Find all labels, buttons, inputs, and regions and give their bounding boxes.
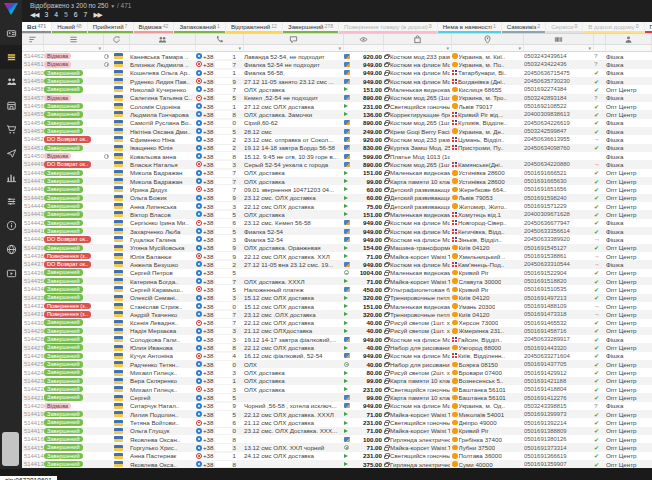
last-page-button[interactable]: ▶▶ <box>93 11 101 19</box>
chat-icon[interactable] <box>244 34 344 44</box>
idcard-icon[interactable] <box>0 21 22 45</box>
column-filter-11[interactable] <box>606 45 652 51</box>
info-icon[interactable] <box>0 213 22 237</box>
sliders-icon[interactable] <box>0 189 22 213</box>
table-row[interactable]: 514442ЗавершенийСергієнко Ірина Ми..+386… <box>22 219 652 227</box>
tab-5[interactable]: Відправлений12 <box>226 22 282 33</box>
table-row[interactable]: 514443ЗавершенийВіктор Власов+385ОЛХ дос… <box>22 210 652 218</box>
table-row[interactable]: 514413ЗавершенийЯковлева Окса..+388375.0… <box>22 460 652 468</box>
table-row[interactable]: 514416ЗавершенийЯковлева Оксан..+388100.… <box>22 435 652 443</box>
pin-icon[interactable] <box>452 34 524 44</box>
table-row[interactable]: 514421ЗавершенийСергей+38599.00Карта пам… <box>22 393 652 401</box>
column-filter-10[interactable] <box>594 45 606 51</box>
table-row[interactable]: 514414ЗавершенийАнна Пастернак+38124.12 … <box>22 452 652 460</box>
column-filter-7[interactable]: ▾ <box>384 45 452 51</box>
table-row[interactable]: 514440DO Возврат ок..Гуцалюк Галина+383Ф… <box>22 235 652 243</box>
store-icon[interactable] <box>0 93 22 117</box>
send-icon[interactable] <box>0 141 22 165</box>
video-icon[interactable] <box>0 261 22 285</box>
table-row[interactable]: 514428ЗавершенийСолодкова Гали..+38319.1… <box>22 335 652 343</box>
sidebar-widget[interactable] <box>2 432 19 466</box>
tab-6[interactable]: Завершений278 <box>283 22 338 33</box>
table-row[interactable]: 514441ЗавершенийЗахарченко Люба+385Фиалк… <box>22 227 652 235</box>
first-page-button[interactable]: ◀◀ <box>30 11 38 19</box>
table-row[interactable]: 514444ЗавершенийАнна Липенська+38322.12 … <box>22 202 652 210</box>
table-row[interactable]: 514438Повернення (з..Юлія Баланюк+38922.… <box>22 252 652 260</box>
table-row[interactable]: 514431Повернення (з..Андрій Ткаченко+387… <box>22 310 652 318</box>
barcode-icon[interactable] <box>524 34 594 44</box>
tab-3[interactable]: Відмова42 <box>134 22 174 33</box>
table-row[interactable]: 514436ЗавершенийСергей Петров+3851004.00… <box>22 269 652 277</box>
table-row[interactable]: 514451ЗавершенийІващенко Юлія+38219.12 1… <box>22 144 652 152</box>
table-row[interactable]: 514449DO Возврат ок..Власюк Наталья+383С… <box>22 160 652 168</box>
table-row[interactable]: 514417ЗавершенийОльга Глущук+38023.12 см… <box>22 427 652 435</box>
customers-icon[interactable] <box>130 34 196 44</box>
table-row[interactable]: 514433ЗавершенийОлексій Семані..+38315.1… <box>22 294 652 302</box>
table-row[interactable]: 514423ЗавершенийВера Скляренко+381ОЛХ до… <box>22 377 652 385</box>
bag-icon[interactable] <box>384 34 452 44</box>
table-row[interactable]: 514448ЗавершенийМикола Бадражан+387ОЛХ д… <box>22 169 652 177</box>
tab-1[interactable]: Новий48 <box>52 22 87 33</box>
column-filter-5[interactable]: ▾ <box>244 45 344 51</box>
table-row[interactable]: 514454ЗавершенийСамотій Руслана Во..+380… <box>22 119 652 127</box>
column-filter-1[interactable]: ▾ <box>44 45 104 51</box>
table-row[interactable]: 514446ЗавершенийИрина Дидух+38709.01 зве… <box>22 185 652 193</box>
table-row[interactable]: 514437DO Возврат ок..Анжела Безушко+3822… <box>22 260 652 268</box>
table-row[interactable]: 514460ЗавершенийКошелева Ольга Ар..+381Ф… <box>22 69 652 77</box>
table-row[interactable]: 514458ЗавершенийНиколай Кучеренко+387ОЛХ… <box>22 85 652 93</box>
tab-4[interactable]: Запакований1 <box>174 22 225 33</box>
cart-icon[interactable] <box>0 117 22 141</box>
page-6[interactable]: 6 <box>74 11 78 19</box>
table-row[interactable]: 514455ЗавершенийЛюдмила Гончарова+388ОЛХ… <box>22 110 652 118</box>
table-row[interactable]: 514457ВідмоваСалегина Татьяна С..+385Кем… <box>22 94 652 102</box>
column-filter-3[interactable] <box>130 45 196 51</box>
column-filter-0[interactable] <box>22 45 44 51</box>
column-filter-8[interactable]: ▾ <box>452 45 524 51</box>
column-filter-6[interactable] <box>344 45 384 51</box>
orders-icon[interactable] <box>0 45 22 69</box>
table-row[interactable]: 514422ЗавершенийМихаил Гилецк..+383ОЛХ д… <box>22 385 652 393</box>
phone-icon[interactable] <box>196 34 244 44</box>
sort-icon[interactable] <box>22 34 44 44</box>
globe-icon[interactable] <box>0 237 22 261</box>
table-row[interactable]: 514424ЗавершенийМихаил Гилецк..+383ОЛХ д… <box>22 368 652 376</box>
table-row[interactable]: 514429ЗавершенийНадія Мерзаєва+38321.12 … <box>22 327 652 335</box>
table-row[interactable]: 514432Повернення (з..Станіслав Стриж..+3… <box>22 302 652 310</box>
table-row[interactable]: 514415ЗавершенийГоргулько Хрис..+38313.1… <box>22 443 652 451</box>
list-icon[interactable] <box>44 34 104 44</box>
tab-10[interactable]: Сервіси0 <box>546 22 582 33</box>
table-row[interactable]: 514435ЗавершенийКатерина Богда..+387ОЛХ … <box>22 277 652 285</box>
table-row[interactable]: 514459ЗавершенийРуденко Лидия Пав..+3892… <box>22 77 652 85</box>
table-row[interactable]: 514452DO Возврат ок..Єфименко Ніна+38223… <box>22 135 652 143</box>
table-row[interactable]: 514461ВідмоваБлизнюк Людмила ..+387Фиалк… <box>22 60 652 68</box>
page-7[interactable]: 7 <box>84 11 88 19</box>
table-row[interactable]: 514462ВідмоваКаневська Тамара ..+381Лава… <box>22 52 652 60</box>
eye-icon[interactable] <box>344 34 384 44</box>
table-row[interactable]: 514434ЗавершенийСергей Карамыш..+385Нало… <box>22 285 652 293</box>
column-filter-9[interactable]: ▾ <box>524 45 594 51</box>
page-5[interactable]: 5 <box>64 11 68 19</box>
table-row[interactable]: 514425ЗавершенийРадченко Тетян..+380ОЛХ4… <box>22 360 652 368</box>
page-3[interactable]: 3 <box>44 11 48 19</box>
per-page-caret-icon[interactable]: ▼ <box>110 3 115 9</box>
tab-8[interactable]: Нема в наявності1 <box>438 22 501 33</box>
table-row[interactable]: 514439ЗавершенийУляна Мусійовська+389ОЛХ… <box>22 244 652 252</box>
tab-12[interactable]: Повернений0 <box>645 22 652 33</box>
table-row[interactable]: 514456ЗавершенийСоломія Сідоніна+38127.1… <box>22 102 652 110</box>
tab-2[interactable]: Прийнятий7 <box>88 22 133 33</box>
tab-11[interactable]: В дорозі додому0 <box>583 22 643 33</box>
table-row[interactable]: 514453ЗавершенийНікітіна Оксана Дми..+38… <box>22 127 652 135</box>
call-icon[interactable] <box>104 34 130 44</box>
chart-icon[interactable] <box>0 165 22 189</box>
table-row[interactable]: 514445ЗавершенийОльга Божик+38923.12 смс… <box>22 194 652 202</box>
page-4[interactable]: 4 <box>54 11 58 19</box>
table-row[interactable]: 514420ВідмоваСитарчук Натал..+389Чорний … <box>22 402 652 410</box>
column-filter-2[interactable] <box>104 45 130 51</box>
tab-7[interactable]: Повернення товару (в дорозі)0 <box>339 22 437 33</box>
table-row[interactable]: 514426ЗавершенийКучук Антоніна+38416.12 … <box>22 352 652 360</box>
person-icon[interactable] <box>606 34 652 44</box>
table-row[interactable]: 514430ЗавершенийКсенія Левадня..+38722.1… <box>22 319 652 327</box>
table-row[interactable]: 514418ЗавершенийТетяна Войтови..+38621.1… <box>22 418 652 426</box>
table-row[interactable]: 514419ЗавершенийЛилия Подолин..+38522.12… <box>22 410 652 418</box>
table-row[interactable]: 514447ЗавершенийМикола Бадражан+387ОЛХ д… <box>22 177 652 185</box>
